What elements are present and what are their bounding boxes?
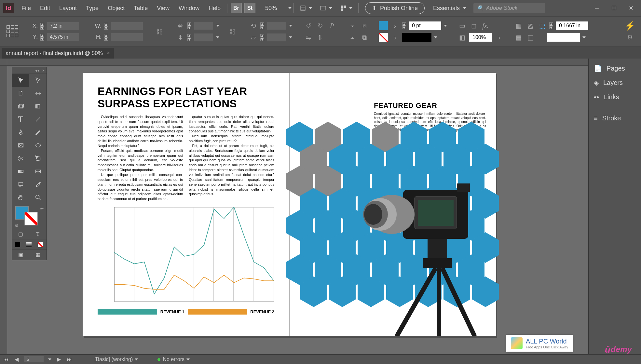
menu-file[interactable]: File <box>17 5 35 12</box>
preflight-preset-dropdown[interactable]: [Basic] (working) <box>94 357 138 362</box>
first-page-button[interactable]: ⏮ <box>3 357 9 362</box>
text-wrap-next-icon[interactable]: ▥ <box>526 33 535 42</box>
h-stepper[interactable]: ▴▾ <box>104 34 108 41</box>
last-page-button[interactable]: ⏭ <box>66 357 72 362</box>
reference-point-grid[interactable] <box>7 25 19 38</box>
document-tab[interactable]: annual report - final design.indd @ 50% … <box>2 48 114 59</box>
horizontal-ruler[interactable] <box>7 59 641 66</box>
scale-y-stepper[interactable]: ▴▾ <box>187 34 191 41</box>
scissors-tool[interactable] <box>12 152 29 165</box>
text-wrap-shape-icon[interactable]: ⬚ <box>538 21 547 30</box>
menu-object[interactable]: Object <box>103 5 129 12</box>
constrain-proportions-icon[interactable]: ⛓ <box>155 27 164 36</box>
pencil-tool[interactable] <box>29 126 47 139</box>
free-transform-tool[interactable] <box>29 152 47 165</box>
opacity-input[interactable]: 100% <box>469 33 492 42</box>
gradient-feather-tool[interactable] <box>29 165 47 178</box>
link-icon[interactable]: ⛓ <box>228 27 237 36</box>
stroke-color-swatch[interactable] <box>24 212 38 225</box>
canvas[interactable]: EARNINGS FOR LAST YEAR SURPASS EXPECTATI… <box>7 66 641 354</box>
pen-tool[interactable] <box>12 126 29 139</box>
y-input[interactable] <box>47 33 79 41</box>
fx-icon[interactable]: fx. <box>481 21 490 30</box>
indent-stepper[interactable]: ▴▾ <box>549 22 553 29</box>
frame-icon[interactable]: ◻ <box>469 21 478 30</box>
apply-gradient-icon[interactable] <box>23 239 35 249</box>
close-button[interactable]: ✕ <box>622 2 639 14</box>
x-input[interactable] <box>47 22 79 30</box>
minimize-button[interactable]: ─ <box>589 2 606 14</box>
apply-color-icon[interactable] <box>12 239 23 249</box>
stroke-more-icon[interactable]: › <box>390 33 400 42</box>
prev-page-button[interactable]: ◀ <box>14 356 20 362</box>
drop-shadow-icon[interactable]: ◧ <box>457 33 467 42</box>
distribute-h-icon[interactable]: ⧈ <box>360 21 369 30</box>
formatting-container-icon[interactable]: ▢ <box>12 229 29 239</box>
menu-help[interactable]: Help <box>204 5 225 12</box>
stroke-swatch[interactable] <box>379 33 388 42</box>
stroke-weight-stepper[interactable]: ▴▾ <box>402 22 406 29</box>
w-input[interactable] <box>111 22 143 30</box>
preflight-status[interactable]: ● No errors <box>157 356 190 363</box>
opacity-more-icon[interactable]: › <box>495 33 504 42</box>
rectangle-corner-icon[interactable]: ▭ <box>457 21 467 30</box>
pages-panel-tab[interactable]: 📄 Pages <box>589 61 641 75</box>
selection-tool[interactable] <box>12 74 29 87</box>
rotate-input[interactable] <box>267 21 286 30</box>
vertical-ruler[interactable] <box>0 66 7 354</box>
text-wrap-none-icon[interactable]: ▦ <box>514 21 523 30</box>
menu-view[interactable]: View <box>152 5 174 12</box>
view-options-dropdown[interactable] <box>300 5 312 11</box>
screen-mode-dropdown[interactable] <box>320 5 332 11</box>
rotate-cw-icon[interactable]: ↻ <box>316 21 325 30</box>
default-colors-icon[interactable]: ◱ <box>15 223 18 227</box>
color-box[interactable] <box>547 33 580 42</box>
rotate-stepper[interactable]: ▴▾ <box>260 22 264 29</box>
type-path-icon[interactable]: P <box>327 21 336 30</box>
maximize-button[interactable]: ☐ <box>606 2 622 14</box>
close-tab-icon[interactable]: × <box>107 50 110 57</box>
scale-x-input[interactable] <box>194 21 213 30</box>
zoom-select[interactable]: 50% <box>259 5 292 12</box>
menu-layout[interactable]: Layout <box>55 5 81 12</box>
scale-x-stepper[interactable]: ▴▾ <box>187 22 191 29</box>
note-tool[interactable] <box>12 178 29 191</box>
page-tool[interactable] <box>12 87 29 100</box>
formatting-text-icon[interactable]: T <box>29 229 47 239</box>
arrange-dropdown[interactable] <box>340 5 352 11</box>
flip-v-icon[interactable]: ⥮ <box>316 33 325 42</box>
prefs-icon[interactable]: ⚙ <box>625 33 634 42</box>
align-bottom-icon[interactable]: ⫠ <box>348 33 357 42</box>
menu-table[interactable]: Table <box>129 5 152 12</box>
quick-apply-icon[interactable]: ⚡ <box>625 21 634 30</box>
h-input[interactable] <box>111 33 143 41</box>
direct-selection-tool[interactable] <box>29 74 47 87</box>
y-stepper[interactable]: ▴▾ <box>40 34 44 41</box>
stroke-weight-input[interactable]: 0 pt <box>409 21 441 30</box>
page-number-input[interactable] <box>24 356 44 362</box>
distribute-v-icon[interactable]: ⧉ <box>360 33 369 42</box>
gap-tool[interactable] <box>29 87 47 100</box>
menu-window[interactable]: Window <box>174 5 204 12</box>
preview-view-icon[interactable]: ▦ <box>29 250 47 260</box>
fill-more-icon[interactable]: › <box>390 21 400 30</box>
shear-stepper[interactable]: ▴▾ <box>260 34 264 41</box>
adobe-stock-search[interactable]: 🔍 Adobe Stock <box>473 3 545 13</box>
workspace-dropdown[interactable]: Essentials <box>429 3 470 14</box>
fill-swatch[interactable] <box>379 21 388 30</box>
text-wrap-jump-icon[interactable]: ▤ <box>514 33 523 42</box>
content-placer-tool[interactable] <box>29 100 47 113</box>
align-top-icon[interactable]: ⫟ <box>348 21 357 30</box>
w-stepper[interactable]: ▴▾ <box>104 23 108 30</box>
publish-online-button[interactable]: ⬆ Publish Online <box>365 2 425 14</box>
normal-view-icon[interactable]: ▣ <box>12 250 29 260</box>
ruler-origin[interactable] <box>0 59 7 66</box>
stock-button[interactable]: St <box>244 3 255 13</box>
layers-panel-tab[interactable]: ◈ Layers <box>589 75 641 90</box>
line-tool[interactable] <box>29 113 47 126</box>
eyedropper-tool[interactable] <box>29 178 47 191</box>
rotate-ccw-icon[interactable]: ↺ <box>304 21 313 30</box>
menu-edit[interactable]: Edit <box>35 5 55 12</box>
shear-input[interactable] <box>267 33 286 42</box>
links-panel-tab[interactable]: ⚯ Links <box>589 90 641 104</box>
